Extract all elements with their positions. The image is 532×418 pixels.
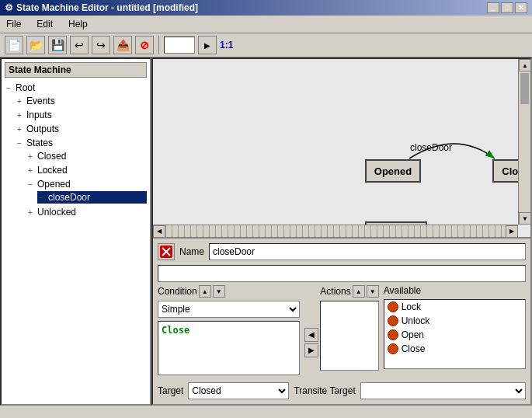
scroll-left-button[interactable]: ◀ bbox=[153, 225, 165, 238]
condition-down-button[interactable]: ▼ bbox=[213, 285, 225, 298]
menu-help[interactable]: Help bbox=[65, 17, 91, 31]
tree-label-events[interactable]: + Events bbox=[16, 95, 147, 107]
zoom-arrow-btn[interactable]: ▶ bbox=[198, 36, 217, 54]
expand-closedoor: − bbox=[39, 193, 47, 202]
scroll-up-button[interactable]: ▲ bbox=[519, 59, 530, 71]
minimize-button[interactable]: _ bbox=[487, 2, 499, 13]
tree-label-states[interactable]: − States bbox=[16, 137, 147, 149]
tree-label-unlocked[interactable]: + Unlocked bbox=[26, 206, 147, 218]
locked-label: Locked bbox=[37, 165, 68, 176]
canvas-area[interactable]: closeDoor Opened Closed Unlocked bbox=[153, 59, 530, 237]
tree-children-states: + Closed + Locked − bbox=[16, 149, 147, 219]
actions-up-button[interactable]: ▲ bbox=[353, 285, 365, 298]
tree-node-locked: + Locked bbox=[26, 163, 147, 177]
tree-label-closed[interactable]: + Closed bbox=[26, 150, 147, 162]
expand-root: − bbox=[6, 84, 14, 92]
menu-file[interactable]: File bbox=[3, 17, 24, 31]
save-button[interactable]: 💾 bbox=[48, 36, 67, 54]
events-label: Events bbox=[26, 96, 55, 106]
state-opened-label: Opened bbox=[374, 165, 412, 177]
lock-icon bbox=[388, 301, 398, 312]
closed-label: Closed bbox=[37, 151, 66, 162]
stop-button[interactable]: ⊘ bbox=[135, 36, 154, 54]
title-bar-left: ⚙ State Machine Editor - untitled [modif… bbox=[5, 2, 198, 13]
transfer-right-button[interactable]: ▶ bbox=[304, 343, 318, 357]
condition-up-button[interactable]: ▲ bbox=[199, 285, 211, 298]
title-bar: ⚙ State Machine Editor - untitled [modif… bbox=[0, 0, 532, 16]
new-button[interactable]: 📄 bbox=[5, 36, 23, 54]
app-icon: ⚙ bbox=[5, 2, 13, 13]
close-action-icon bbox=[388, 343, 398, 354]
condition-header: Condition ▲ ▼ bbox=[158, 285, 300, 298]
transite-label: Transite Target bbox=[294, 385, 355, 396]
tree-panel: State Machine − Root + Events + Inputs bbox=[0, 57, 151, 406]
scroll-thumb-v[interactable] bbox=[520, 73, 529, 104]
actions-box[interactable] bbox=[320, 301, 378, 371]
toolbar: 📄 📂 💾 ↩ ↪ 📤 ⊘ 1 ▶ 1:1 bbox=[0, 33, 532, 57]
tree-node-states: − States + Closed + bbox=[16, 136, 147, 220]
transfer-buttons: ◀ ▶ bbox=[304, 285, 318, 378]
menu-edit[interactable]: Edit bbox=[33, 17, 56, 31]
available-section: Available Lock Unlock Open bbox=[384, 285, 526, 378]
close-button[interactable]: ✕ bbox=[515, 2, 527, 13]
full-name-input[interactable] bbox=[158, 265, 526, 282]
inputs-label: Inputs bbox=[26, 110, 52, 120]
canvas-svg: closeDoor Opened Closed Unlocked bbox=[153, 59, 530, 237]
closedoor-label: closeDoor bbox=[48, 192, 90, 203]
props-row2 bbox=[158, 265, 526, 282]
opened-label: Opened bbox=[37, 179, 71, 190]
scroll-right-button[interactable]: ▶ bbox=[506, 225, 518, 238]
expand-unlocked: + bbox=[28, 208, 36, 217]
available-item-lock[interactable]: Lock bbox=[384, 300, 525, 314]
canvas-scrollbar-vertical[interactable]: ▲ ▼ bbox=[518, 59, 530, 225]
undo-button[interactable]: ↩ bbox=[70, 36, 89, 54]
condition-type-select[interactable]: Simple Complex bbox=[158, 301, 300, 318]
zoom-input[interactable]: 1 bbox=[164, 37, 195, 54]
canvas-scrollbar-horizontal[interactable]: ◀ ▶ bbox=[153, 225, 518, 237]
tree-node-outputs: + Outputs bbox=[16, 122, 147, 136]
outputs-label: Outputs bbox=[26, 124, 59, 134]
available-item-unlock[interactable]: Unlock bbox=[384, 314, 525, 328]
tree-label-opened[interactable]: − Opened bbox=[26, 178, 147, 190]
name-input[interactable] bbox=[209, 243, 526, 260]
delete-button[interactable] bbox=[158, 243, 175, 260]
open-button[interactable]: 📂 bbox=[26, 36, 45, 54]
tree-label-closedoor[interactable]: − closeDoor bbox=[37, 191, 147, 204]
actions-section: Actions ▲ ▼ bbox=[320, 285, 378, 378]
transite-target-select[interactable] bbox=[360, 382, 526, 399]
tree-label-root[interactable]: − Root bbox=[5, 82, 147, 94]
actions-down-button[interactable]: ▼ bbox=[367, 285, 379, 298]
expand-outputs: + bbox=[17, 125, 25, 134]
tree-children-root: + Events + Inputs + Outputs bbox=[5, 94, 147, 220]
tree-node-closed: + Closed bbox=[26, 149, 147, 163]
tree-node-inputs: + Inputs bbox=[16, 108, 147, 122]
lock-label: Lock bbox=[402, 301, 421, 312]
available-list: Lock Unlock Open Close bbox=[384, 299, 526, 369]
transfer-left-button[interactable]: ◀ bbox=[304, 328, 318, 342]
props-panel: Name Condition ▲ ▼ Simple bbox=[153, 237, 530, 404]
available-item-open[interactable]: Open bbox=[384, 328, 525, 342]
maximize-button[interactable]: □ bbox=[501, 2, 513, 13]
zoom-display: 1:1 bbox=[220, 40, 233, 51]
tree-label-inputs[interactable]: + Inputs bbox=[16, 109, 147, 121]
expand-opened: − bbox=[28, 180, 36, 189]
condition-text-area[interactable]: Close bbox=[158, 321, 300, 375]
tree-title: State Machine bbox=[5, 62, 147, 78]
main-content: State Machine − Root + Events + Inputs bbox=[0, 57, 532, 406]
tree-node-opened: − Opened − closeDoor bbox=[26, 177, 147, 205]
redo-button[interactable]: ↪ bbox=[92, 36, 110, 54]
expand-closed: + bbox=[28, 152, 36, 161]
target-select[interactable]: Closed Opened Locked Unlocked bbox=[188, 382, 289, 399]
available-item-close[interactable]: Close bbox=[384, 342, 525, 356]
tree-label-outputs[interactable]: + Outputs bbox=[16, 123, 147, 135]
target-label: Target bbox=[158, 385, 183, 396]
actions-title: Actions bbox=[320, 286, 350, 297]
scroll-down-button[interactable]: ▼ bbox=[519, 212, 530, 225]
expand-states: − bbox=[17, 139, 25, 148]
tree-label-locked[interactable]: + Locked bbox=[26, 164, 147, 176]
export-button[interactable]: 📤 bbox=[113, 36, 132, 54]
cond-actions-row: Condition ▲ ▼ Simple Complex Close ◀ ▶ bbox=[158, 285, 526, 378]
states-label: States bbox=[26, 138, 53, 148]
actions-header: Actions ▲ ▼ bbox=[320, 285, 378, 298]
scroll-track-v bbox=[519, 71, 530, 212]
